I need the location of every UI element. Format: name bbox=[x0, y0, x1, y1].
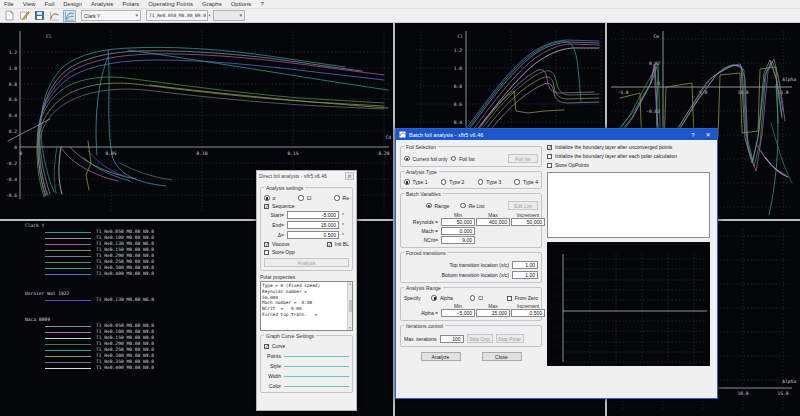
curve-color-line bbox=[45, 356, 91, 357]
menu-graphs[interactable]: Graphs bbox=[202, 1, 222, 7]
menu-operating-points[interactable]: Operating Points bbox=[148, 1, 193, 7]
foil-combo[interactable]: Clark Y ▾ bbox=[81, 10, 141, 21]
reynolds-increment-input[interactable]: 50,000 bbox=[511, 218, 545, 226]
init-bl-unconverged-checkbox[interactable]: Initialize the boundary layer after unco… bbox=[547, 143, 710, 151]
alpha-min-input[interactable]: -5.000 bbox=[441, 309, 475, 317]
menu-polars[interactable]: Polars bbox=[122, 1, 139, 7]
xtick: 20 bbox=[587, 313, 593, 319]
direct-foil-design-icon[interactable] bbox=[48, 10, 61, 22]
store-opp-checkbox[interactable]: Store Opp bbox=[264, 249, 349, 255]
menu-design[interactable]: Design bbox=[63, 1, 82, 7]
polar-combo[interactable]: T1_Re0.050_M0.00_N9.0 ▾ bbox=[146, 10, 208, 21]
ytick: 0.8 bbox=[454, 84, 463, 89]
curve-color-line bbox=[45, 332, 91, 333]
menu-analysis[interactable]: Analysis bbox=[91, 1, 113, 7]
foil-list-radio[interactable]: Foil list bbox=[451, 156, 475, 162]
foil-combo-value: Clark Y bbox=[84, 13, 100, 19]
curve-color-line bbox=[45, 350, 91, 351]
ncrit-input[interactable]: 9.00 bbox=[441, 236, 475, 244]
ytick: 0.6 bbox=[454, 102, 463, 107]
ytick: -0.02 bbox=[646, 109, 660, 114]
mach-label: Mach = bbox=[404, 228, 440, 234]
type4-radio[interactable]: Type 4 bbox=[514, 179, 538, 185]
points-style-picker[interactable] bbox=[284, 356, 349, 357]
scroll-up-icon[interactable]: ▲ bbox=[349, 282, 352, 286]
ytick: 0 bbox=[14, 145, 17, 150]
ytick: 0.2 bbox=[9, 129, 18, 134]
dialog-titlebar[interactable]: Batch foil analysis - xflr5 v6.46 ? ✕ bbox=[396, 129, 717, 140]
scroll-down-icon[interactable]: ▼ bbox=[349, 326, 352, 330]
init-bl-checkbox[interactable]: Init BL bbox=[327, 241, 349, 247]
bottom-transition-input[interactable]: 1.00 bbox=[512, 271, 538, 279]
foil-list-button[interactable]: Foil list bbox=[508, 154, 538, 163]
new-project-icon[interactable] bbox=[3, 10, 16, 22]
save-icon[interactable] bbox=[33, 10, 46, 22]
range-radio[interactable]: Range bbox=[426, 203, 449, 209]
scroll-thumb[interactable] bbox=[349, 300, 352, 312]
skip-polar-button[interactable]: Skip Polar bbox=[496, 334, 524, 343]
xtick: 0 bbox=[564, 313, 567, 319]
cl-radio[interactable]: Cl bbox=[470, 295, 483, 301]
re-list-radio[interactable]: Re List bbox=[460, 203, 484, 209]
close-button[interactable]: Close bbox=[482, 352, 522, 361]
ytick: -1.0 bbox=[552, 359, 561, 365]
type2-radio[interactable]: Type 2 bbox=[441, 179, 465, 185]
analyze-button[interactable]: Analyze bbox=[421, 352, 461, 361]
xtick: 0.10 bbox=[196, 151, 207, 156]
viscous-checkbox[interactable]: Viscous bbox=[264, 241, 289, 247]
top-transition-input[interactable]: 1.00 bbox=[512, 261, 538, 269]
close-icon[interactable]: ✕ bbox=[702, 131, 714, 138]
oppoint-combo[interactable]: ▾ bbox=[213, 10, 245, 21]
type3-radio[interactable]: Type 3 bbox=[478, 179, 502, 185]
type1-radio[interactable]: Type 1 bbox=[404, 179, 428, 185]
max-iterations-input[interactable]: 100 bbox=[440, 335, 464, 343]
alpha-radio[interactable]: Alpha bbox=[431, 295, 452, 301]
start-label: Start= bbox=[264, 212, 284, 218]
polar-view-icon[interactable] bbox=[63, 10, 76, 22]
ncrit-label: NCrit= bbox=[404, 237, 440, 243]
batch-convergence-graph: Iter 1.0 0.8 0.6 0.4 0.2 0 -0.2 -0.4 -0.… bbox=[547, 242, 710, 366]
polar-view-workspace: Cl Cd 1.2 1.0 0.8 0.6 0.4 0.2 0 -0.2 -0.… bbox=[0, 23, 800, 416]
end-input[interactable]: 15.000 bbox=[287, 221, 339, 229]
edit-list-button[interactable]: Edit List bbox=[508, 201, 538, 210]
menu-file[interactable]: File bbox=[4, 1, 14, 7]
xtick: 15.0 bbox=[777, 391, 788, 396]
close-icon[interactable]: ✕ bbox=[345, 172, 354, 180]
open-project-icon[interactable] bbox=[18, 10, 31, 22]
help-icon[interactable]: ? bbox=[687, 132, 699, 138]
menu-options[interactable]: Options bbox=[231, 1, 252, 7]
delta-input[interactable]: 0.500 bbox=[287, 231, 339, 239]
store-oppoints-checkbox[interactable]: Store OpPoints bbox=[547, 161, 710, 169]
init-bl-each-polar-checkbox[interactable]: Initialize the boundary layer after each… bbox=[547, 152, 710, 160]
reynolds-min-input[interactable]: 50,000 bbox=[441, 218, 475, 226]
menu-help[interactable]: ? bbox=[260, 1, 263, 7]
line-color-picker[interactable] bbox=[284, 386, 349, 387]
group-label: Analysis settings bbox=[264, 185, 305, 191]
alpha-max-input[interactable]: 15.000 bbox=[476, 309, 510, 317]
axis-label-cm: Cm bbox=[653, 34, 659, 39]
mach-input[interactable]: 0.000 bbox=[441, 227, 475, 235]
current-foil-radio[interactable]: Current foil only bbox=[404, 156, 448, 162]
dialog-titlebar[interactable]: Direct foil analysis - xflr5 v6.46 ✕ bbox=[257, 171, 356, 181]
menu-view[interactable]: View bbox=[23, 1, 36, 7]
curve-checkbox[interactable]: Curve bbox=[264, 343, 349, 349]
from-zero-checkbox[interactable]: From Zero bbox=[507, 295, 538, 301]
ytick: 0.8 bbox=[554, 266, 561, 272]
cl-radio[interactable]: Cl bbox=[298, 195, 311, 201]
line-style-picker[interactable] bbox=[284, 366, 349, 367]
analyze-button[interactable]: Analyze bbox=[264, 258, 349, 267]
axis-label-alpha: Alpha bbox=[782, 77, 796, 82]
re-radio[interactable]: Re bbox=[334, 195, 349, 201]
start-input[interactable]: -5.000 bbox=[287, 211, 339, 219]
alpha-radio[interactable]: α bbox=[264, 195, 275, 201]
reynolds-max-input[interactable]: 400,000 bbox=[476, 218, 510, 226]
skip-opp-button[interactable]: Skip Opp bbox=[467, 334, 493, 343]
group-label: Foil Selection bbox=[404, 144, 438, 150]
menu-foil[interactable]: Foil bbox=[45, 1, 55, 7]
style-label: Style bbox=[264, 363, 281, 369]
scrollbar[interactable]: ▲▼ bbox=[347, 282, 352, 330]
polar-combo-value: T1_Re0.050_M0.00_N9.0 bbox=[149, 13, 206, 18]
line-width-picker[interactable] bbox=[284, 376, 349, 377]
sequence-checkbox[interactable]: Sequence bbox=[264, 203, 349, 209]
alpha-increment-input[interactable]: 0.500 bbox=[511, 309, 545, 317]
